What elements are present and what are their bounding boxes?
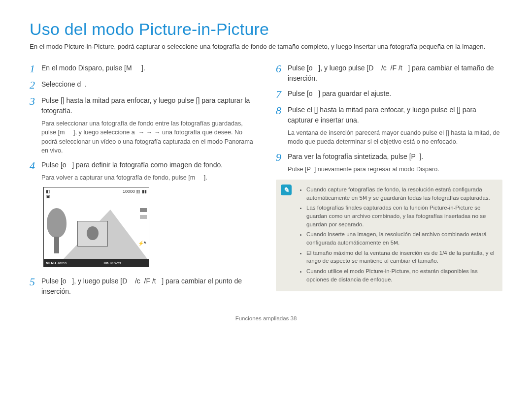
step-note: La ventana de inserción parecerá mayor c… [288,128,502,147]
step-number: 6 [276,63,288,84]
diagram-footer: MENUAtrás OKMover [44,259,149,267]
camera-screen-diagram: ◧▣ 10000 ▥ ▮▮ ⚡ᴬ MENUAtrás OKMover [43,187,149,267]
step-text: Pulse [o ] para guardar el ajuste. [288,89,502,100]
info-item: Cuando inserte una imagen, la resolución… [306,230,496,247]
info-item: El tamaño máximo del la ventana de inser… [306,249,496,265]
step-number: 1 [30,63,41,74]
step-1: 1 En el modo Disparo, pulse [M ]. [30,63,256,74]
step-text: Seleccione d . [41,79,256,91]
info-item: Las fotografías finales capturadas con l… [306,204,496,228]
step-number: 4 [30,160,41,182]
ok-button-label: OK [104,261,109,265]
right-column: 6 Pulse [o ], y luego pulse [D /c /F /t … [276,63,502,302]
left-column: 1 En el modo Disparo, pulse [M ]. 2 Sele… [30,63,256,302]
status-icons: 10000 ▥ ▮▮ [123,189,147,194]
step-9: 9 Para ver la fotografía sintetizada, pu… [276,152,502,174]
step-note: Para volver a capturar una fotografía de… [41,173,256,182]
intro-text: En el modo Picture-in-Picture, podrá cap… [30,42,502,51]
step-number: 3 [30,95,41,155]
info-icon: ✎ [281,185,292,195]
step-number: 5 [30,276,41,297]
step-note: Pulse [P ] nuevamente para regresar al m… [288,165,502,174]
step-text: Pulse el [] hasta la mitad para enfocar,… [288,105,502,125]
step-text: Pulse [] hasta la mitad para enfocar, y … [41,95,256,116]
step-number: 7 [276,89,288,100]
info-list: Cuando capture fotografías de fondo, la … [299,185,496,283]
shots-remaining: 10000 [123,189,135,194]
back-label: Atrás [58,261,67,265]
step-3: 3 Pulse [] hasta la mitad para enfocar, … [30,95,256,155]
step-7: 7 Pulse [o ] para guardar el ajuste. [276,89,502,100]
mode-icon: ◧▣ [46,189,50,199]
step-number: 2 [30,79,41,91]
insert-window [77,221,108,247]
step-text: En el modo Disparo, pulse [M ]. [41,63,256,74]
info-item: Cuando utilice el modo Picture-in-Pictur… [306,267,496,283]
menu-button-label: MENU [46,261,56,265]
page-footer: Funciones ampliadas 38 [30,315,502,321]
step-note: Para seleccionar una fotografía de fondo… [41,119,256,155]
step-number: 9 [276,152,288,174]
step-text: Pulse [o ] para definir la fotografía co… [41,160,256,170]
page-title: Uso del modo Picture-in-Picture [30,20,502,39]
info-item: Cuando capture fotografías de fondo, la … [306,185,496,202]
tree-graphic [47,208,66,253]
info-box: ✎ Cuando capture fotografías de fondo, l… [276,180,502,291]
step-6: 6 Pulse [o ], y luego pulse [D /c /F /t … [276,63,502,84]
step-text: Pulse [o ], y luego pulse [D /c /F /t ] … [41,276,256,297]
step-4: 4 Pulse [o ] para definir la fotografía … [30,160,256,182]
step-8: 8 Pulse el [] hasta la mitad para enfoca… [276,105,502,147]
step-5: 5 Pulse [o ], y luego pulse [D /c /F /t … [30,276,256,297]
step-text: Pulse [o ], y luego pulse [D /c /F /t ] … [288,63,502,84]
step-text: Para ver la fotografía sintetizada, puls… [288,152,502,162]
step-2: 2 Seleccione d . [30,79,256,91]
move-label: Mover [110,261,121,265]
step-number: 8 [276,105,288,147]
